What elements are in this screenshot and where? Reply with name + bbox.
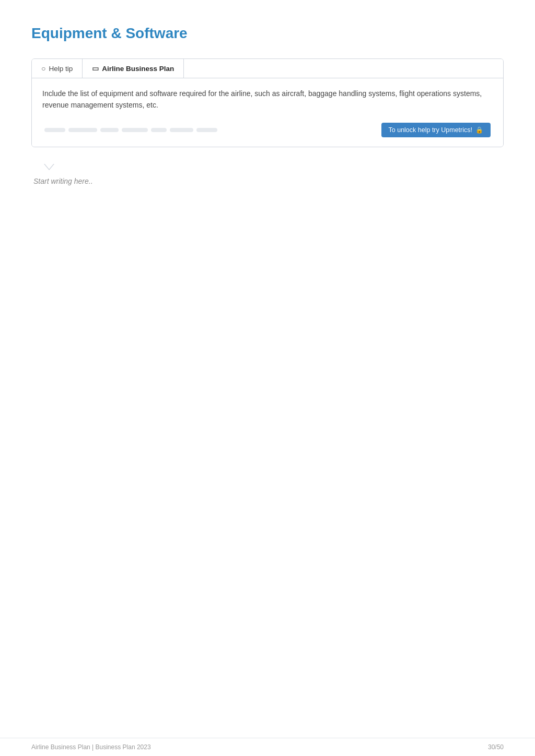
tab-airline-business-plan[interactable]: ▭ Airline Business Plan (83, 59, 184, 78)
help-tip-body: Include the list of equipment and softwa… (32, 78, 503, 147)
editor-placeholder: Start writing here.. (33, 177, 93, 185)
blur-placeholder (44, 128, 65, 132)
blur-placeholder (151, 128, 167, 132)
tooltip-arrow (44, 164, 54, 170)
lock-icon: 🔒 (475, 126, 483, 134)
page-title: Equipment & Software (31, 25, 504, 42)
tab-bar: ○ Help tip ▭ Airline Business Plan (32, 59, 503, 78)
unlock-button[interactable]: To unlock help try Upmetrics! 🔒 (381, 123, 491, 137)
footer-right-label: 30/50 (488, 743, 504, 751)
blur-placeholder (170, 128, 193, 132)
tab-airline-business-plan-label: Airline Business Plan (102, 65, 174, 73)
document-icon: ▭ (92, 64, 99, 73)
blur-placeholder (100, 128, 119, 132)
help-tip-footer: To unlock help try Upmetrics! 🔒 (42, 119, 493, 139)
tab-help-tip[interactable]: ○ Help tip (32, 59, 83, 78)
footer-left-label: Airline Business Plan | Business Plan 20… (31, 743, 151, 751)
tab-help-tip-label: Help tip (49, 65, 73, 73)
blur-placeholder (122, 128, 148, 132)
page-footer: Airline Business Plan | Business Plan 20… (0, 738, 535, 756)
blur-placeholder (68, 128, 97, 132)
help-tip-text: Include the list of equipment and softwa… (42, 88, 493, 111)
blurred-content (44, 128, 381, 132)
editor-area[interactable]: Start writing here.. (31, 172, 504, 190)
blur-placeholder (196, 128, 217, 132)
help-tip-card: ○ Help tip ▭ Airline Business Plan Inclu… (31, 58, 504, 147)
unlock-button-label: To unlock help try Upmetrics! (389, 126, 472, 134)
help-tip-icon: ○ (41, 64, 45, 73)
